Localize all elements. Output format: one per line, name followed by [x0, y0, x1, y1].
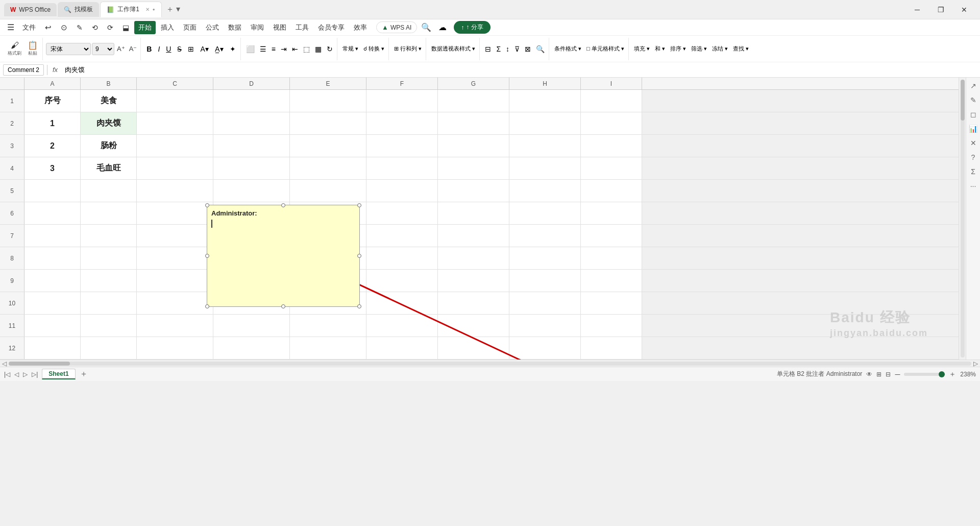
col-header-e[interactable]: E — [290, 78, 366, 89]
cell-h12[interactable] — [509, 337, 581, 359]
cell-a9[interactable] — [24, 270, 81, 292]
resize-handle-br[interactable] — [357, 304, 361, 308]
tab-close-icon[interactable]: ✕ — [145, 7, 150, 12]
cell-h11[interactable] — [509, 315, 581, 337]
cell-h10[interactable] — [509, 292, 581, 314]
nav-prev-button[interactable]: ◁ — [14, 371, 19, 378]
align-right-button[interactable]: ≡ — [270, 44, 278, 54]
cell-b6[interactable] — [81, 202, 137, 224]
cell-i3[interactable] — [581, 135, 642, 157]
merge-cells-icon[interactable]: ⊠ — [523, 44, 533, 54]
col-header-h[interactable]: H — [509, 78, 581, 89]
cell-i7[interactable] — [581, 225, 642, 247]
cell-b5[interactable] — [81, 180, 137, 202]
menu-home[interactable]: 开始 — [134, 21, 156, 34]
cell-a10[interactable] — [24, 292, 81, 314]
cell-c9[interactable] — [137, 270, 213, 292]
cell-b7[interactable] — [81, 225, 137, 247]
hamburger-menu[interactable]: ☰ — [4, 21, 17, 33]
cell-c6[interactable] — [137, 202, 213, 224]
menu-formula[interactable]: 公式 — [202, 21, 223, 34]
search-icon[interactable]: 🔍 — [418, 21, 434, 33]
strikethrough-button[interactable]: S̶ — [175, 44, 184, 54]
cell-f9[interactable] — [366, 270, 438, 292]
col-header-i[interactable]: I — [581, 78, 642, 89]
cell-g10[interactable] — [438, 292, 509, 314]
zoom-slider-thumb[interactable] — [939, 371, 945, 377]
font-name-select[interactable]: 宋体 — [46, 43, 91, 55]
bold-button[interactable]: B — [144, 44, 154, 54]
cloud-icon[interactable]: ☁ — [435, 21, 450, 33]
resize-handle-bc[interactable] — [281, 304, 285, 308]
cell-reference-input[interactable]: Comment 2 — [3, 64, 44, 76]
col-header-a[interactable]: A — [24, 78, 81, 89]
cell-d5[interactable] — [213, 180, 290, 202]
menu-review[interactable]: 审阅 — [247, 21, 268, 34]
horizontal-scrollbar[interactable]: ◁ ▷ — [0, 360, 980, 367]
font-size-select[interactable]: 9 — [92, 43, 114, 55]
cell-a3[interactable]: 2 — [24, 135, 81, 157]
cell-b11[interactable] — [81, 315, 137, 337]
cell-h4[interactable] — [509, 157, 581, 179]
sidebar-edit-icon[interactable]: ✎ — [968, 94, 978, 106]
rotate-button[interactable]: ↻ — [325, 44, 335, 54]
resize-handle-bl[interactable] — [205, 304, 209, 308]
col-header-d[interactable]: D — [213, 78, 290, 89]
row-header-11[interactable]: 11 — [0, 315, 24, 337]
cell-b8[interactable] — [81, 247, 137, 269]
cell-g8[interactable] — [438, 247, 509, 269]
format-painter-button[interactable]: 🖌 格式刷 — [5, 40, 24, 58]
fill-color-button[interactable]: A▾ — [198, 44, 211, 54]
cell-a6[interactable] — [24, 202, 81, 224]
col-header-c[interactable]: C — [137, 78, 213, 89]
view-layout-icon[interactable]: ⊟ — [886, 371, 891, 378]
cell-g11[interactable] — [438, 315, 509, 337]
cell-c3[interactable] — [137, 135, 213, 157]
row-header-12[interactable]: 12 — [0, 337, 24, 359]
menu-view[interactable]: 视图 — [269, 21, 290, 34]
cell-e11[interactable] — [290, 315, 366, 337]
cell-g7[interactable] — [438, 225, 509, 247]
cell-e5[interactable] — [290, 180, 366, 202]
tab-wps-office[interactable]: W WPS Office — [4, 3, 57, 16]
cell-g5[interactable] — [438, 180, 509, 202]
fill-button[interactable]: 填充 ▾ — [632, 44, 652, 54]
toolbar-undo2-icon[interactable]: ⟲ — [88, 21, 102, 34]
corner-cell[interactable] — [0, 78, 24, 89]
cell-e1[interactable] — [290, 90, 366, 112]
restore-button[interactable]: ❐ — [929, 2, 952, 17]
find-button[interactable]: 查找 ▾ — [731, 44, 751, 54]
clear-format-button[interactable]: ✦ — [227, 44, 238, 54]
vertical-scrollbar[interactable] — [959, 78, 966, 360]
cell-f7[interactable] — [366, 225, 438, 247]
scrollbar-thumb-h[interactable] — [9, 362, 70, 366]
zoom-in-button[interactable]: ＋ — [949, 370, 956, 379]
cell-f6[interactable] — [366, 202, 438, 224]
row-col-button[interactable]: ⊞ 行和列 ▾ — [392, 44, 424, 54]
view-page-icon[interactable]: ⊞ — [876, 371, 881, 378]
align-left-button[interactable]: ⬜ — [244, 44, 257, 54]
freeze-button[interactable]: 冻结 ▾ — [710, 44, 730, 54]
toolbar-undo-icon[interactable]: ↩ — [41, 21, 56, 34]
table-icon[interactable]: ⊟ — [483, 44, 493, 54]
toolbar-redo-icon[interactable]: ⟳ — [103, 21, 117, 34]
cell-b10[interactable] — [81, 292, 137, 314]
sidebar-settings-icon[interactable]: ✕ — [968, 137, 978, 149]
menu-efficiency[interactable]: 效率 — [350, 21, 371, 34]
sidebar-sigma-icon[interactable]: Σ — [969, 165, 977, 178]
add-sheet-button[interactable]: ＋ — [80, 369, 88, 379]
border-button[interactable]: ⊞ — [185, 44, 197, 54]
cell-h2[interactable] — [509, 112, 581, 134]
cell-g4[interactable] — [438, 157, 509, 179]
row-header-8[interactable]: 8 — [0, 247, 24, 269]
cell-i6[interactable] — [581, 202, 642, 224]
col-header-b[interactable]: B — [81, 78, 137, 89]
resize-handle-ml[interactable] — [205, 254, 209, 258]
font-color-button[interactable]: A̲▾ — [212, 44, 226, 54]
col-header-f[interactable]: F — [366, 78, 438, 89]
cell-f10[interactable] — [366, 292, 438, 314]
cell-i11[interactable] — [581, 315, 642, 337]
cell-h9[interactable] — [509, 270, 581, 292]
cell-f5[interactable] — [366, 180, 438, 202]
zoom-out-button[interactable]: ─ — [895, 370, 900, 378]
